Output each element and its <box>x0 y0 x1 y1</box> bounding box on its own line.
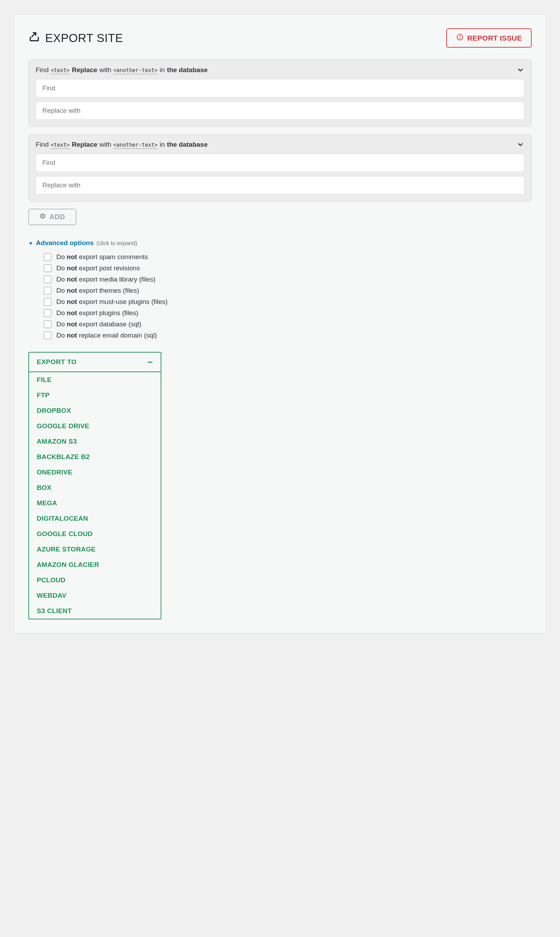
page-title-text: EXPORT SITE <box>45 31 123 45</box>
advanced-option-row[interactable]: Do not export plugins (files) <box>44 309 532 317</box>
placeholder-tag: <another-text> <box>114 142 157 149</box>
report-issue-button[interactable]: REPORT ISSUE <box>446 28 532 48</box>
chevron-down-icon[interactable] <box>517 141 524 148</box>
advanced-option-row[interactable]: Do not export media library (files) <box>44 276 532 283</box>
export-destination-item[interactable]: AZURE STORAGE <box>29 542 161 557</box>
export-destination-item[interactable]: GOOGLE CLOUD <box>29 526 161 542</box>
panel-header: EXPORT SITE REPORT ISSUE <box>28 28 532 48</box>
find-replace-heading: Find <text> Replace with <another-text> … <box>36 141 524 149</box>
option-label: Do not export media library (files) <box>56 276 155 283</box>
option-label: Do not export database (sql) <box>56 321 142 328</box>
plus-icon <box>40 213 46 221</box>
option-checkbox[interactable] <box>44 264 51 272</box>
export-destination-item[interactable]: AMAZON GLACIER <box>29 557 161 572</box>
placeholder-tag: <text> <box>51 67 70 74</box>
option-label: Do not export post revisions <box>56 264 140 272</box>
export-destination-item[interactable]: MEGA <box>29 495 161 511</box>
option-checkbox[interactable] <box>44 276 51 283</box>
find-replace-heading: Find <text> Replace with <another-text> … <box>36 66 524 74</box>
advanced-option-row[interactable]: Do not export themes (files) <box>44 287 532 294</box>
option-checkbox[interactable] <box>44 321 51 328</box>
find-input[interactable] <box>36 79 524 97</box>
export-to-menu: EXPORT TO − FILEFTPDROPBOXGOOGLE DRIVEAM… <box>28 352 162 620</box>
add-label: ADD <box>49 213 65 221</box>
option-label: Do not export must-use plugins (files) <box>56 298 168 306</box>
replace-input[interactable] <box>36 176 524 194</box>
find-input[interactable] <box>36 154 524 172</box>
option-label: Do not export plugins (files) <box>56 309 138 317</box>
option-label: Do not replace email domain (sql) <box>56 331 157 339</box>
export-to-label: EXPORT TO <box>37 358 77 366</box>
chevron-down-icon[interactable] <box>517 66 524 74</box>
export-destination-item[interactable]: FTP <box>29 388 161 403</box>
option-checkbox[interactable] <box>44 331 51 339</box>
export-destination-item[interactable]: BOX <box>29 480 161 495</box>
option-checkbox[interactable] <box>44 287 51 294</box>
advanced-options-toggle[interactable]: ▼ Advanced options (click to expand) <box>28 239 532 247</box>
option-label: Do not export themes (files) <box>56 287 139 294</box>
export-destination-item[interactable]: ONEDRIVE <box>29 465 161 480</box>
advanced-hint: (click to expand) <box>97 240 138 247</box>
advanced-option-row[interactable]: Do not export post revisions <box>44 264 532 272</box>
export-icon <box>28 31 40 46</box>
advanced-label: Advanced options <box>36 239 94 247</box>
minus-icon: − <box>147 360 153 364</box>
placeholder-tag: <text> <box>51 142 70 149</box>
export-destination-item[interactable]: GOOGLE DRIVE <box>29 418 161 434</box>
export-destination-item[interactable]: DIGITALOCEAN <box>29 511 161 526</box>
export-destination-item[interactable]: BACKBLAZE B2 <box>29 449 161 465</box>
export-site-panel: EXPORT SITE REPORT ISSUE Find <text> Rep… <box>14 14 546 634</box>
option-checkbox[interactable] <box>44 309 51 317</box>
export-destination-item[interactable]: AMAZON S3 <box>29 434 161 449</box>
warning-icon <box>456 33 464 43</box>
export-destination-item[interactable]: PCLOUD <box>29 572 161 588</box>
advanced-options-list: Do not export spam commentsDo not export… <box>28 253 532 339</box>
export-destination-item[interactable]: FILE <box>29 372 161 388</box>
export-destination-item[interactable]: S3 CLIENT <box>29 603 161 619</box>
export-to-toggle[interactable]: EXPORT TO − <box>29 353 161 372</box>
placeholder-tag: <another-text> <box>114 67 157 74</box>
advanced-option-row[interactable]: Do not replace email domain (sql) <box>44 331 532 339</box>
option-checkbox[interactable] <box>44 253 51 261</box>
replace-input[interactable] <box>36 102 524 120</box>
find-replace-block: Find <text> Replace with <another-text> … <box>28 60 532 127</box>
page-title: EXPORT SITE <box>28 31 123 46</box>
export-destination-item[interactable]: WEBDAV <box>29 588 161 603</box>
advanced-option-row[interactable]: Do not export database (sql) <box>44 321 532 328</box>
caret-down-icon: ▼ <box>28 240 33 246</box>
add-button[interactable]: ADD <box>28 209 76 225</box>
advanced-option-row[interactable]: Do not export spam comments <box>44 253 532 261</box>
advanced-option-row[interactable]: Do not export must-use plugins (files) <box>44 298 532 306</box>
find-replace-block: Find <text> Replace with <another-text> … <box>28 134 532 202</box>
option-checkbox[interactable] <box>44 298 51 306</box>
report-label: REPORT ISSUE <box>467 34 522 42</box>
svg-point-2 <box>460 39 460 39</box>
export-destination-item[interactable]: DROPBOX <box>29 403 161 418</box>
option-label: Do not export spam comments <box>56 253 148 261</box>
